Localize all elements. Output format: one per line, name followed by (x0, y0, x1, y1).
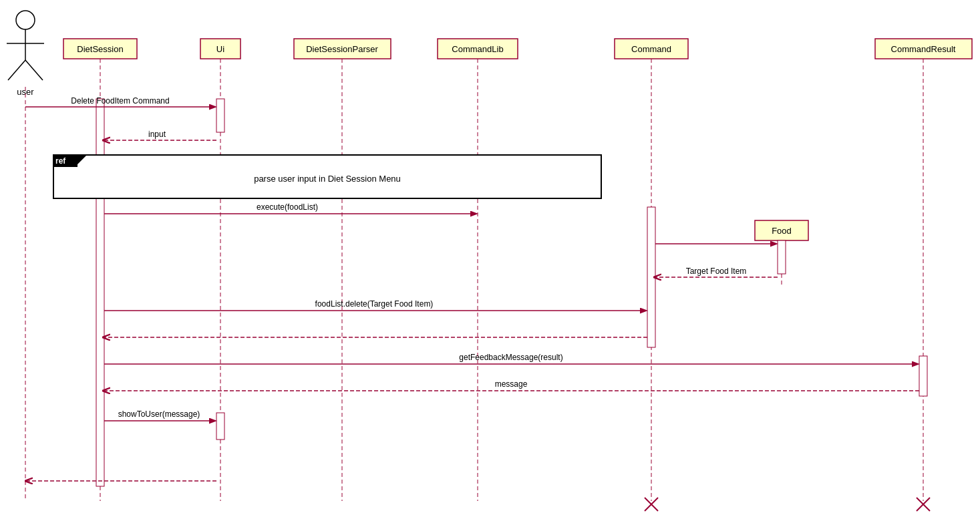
user-stickman-left-leg (8, 60, 25, 80)
command-label-top: Command (631, 44, 671, 54)
ref-content: parse user input in Diet Session Menu (254, 174, 401, 184)
sequence-diagram: user DietSession Ui DietSessionParser Co… (0, 0, 980, 519)
user-stickman-right-leg (25, 60, 43, 80)
user-stickman-head (16, 11, 35, 29)
commandresult-activation (919, 356, 927, 396)
msg-input-label: input (148, 130, 166, 139)
diagram-svg: user DietSession Ui DietSessionParser Co… (0, 0, 980, 519)
msg-foodlist-delete-label: foodList.delete(Target Food Item) (315, 299, 434, 309)
food-label: Food (772, 226, 792, 236)
ui-activation-1 (216, 99, 224, 132)
ui-activation-2 (216, 413, 224, 440)
ui-label-top: Ui (216, 44, 224, 54)
dietsessionparser-label-top: DietSessionParser (306, 44, 378, 54)
msg-target-food-label: Target Food Item (686, 267, 747, 276)
dietsession-label-top: DietSession (77, 44, 123, 54)
commandresult-label-top: CommandResult (891, 44, 956, 54)
msg-getfeedback-label: getFeedbackMessage(result) (459, 353, 562, 362)
msg-message-label: message (495, 379, 528, 389)
msg-delete-fooditem-label: Delete FoodItem Command (71, 96, 169, 106)
msg-execute-label: execute(foodList) (257, 202, 318, 212)
ref-label: ref (55, 156, 66, 166)
msg-showtpuser-label: showToUser(message) (118, 409, 200, 419)
command-activation (647, 207, 655, 347)
food-activation (778, 240, 786, 274)
commandlib-label-top: CommandLib (452, 44, 503, 54)
